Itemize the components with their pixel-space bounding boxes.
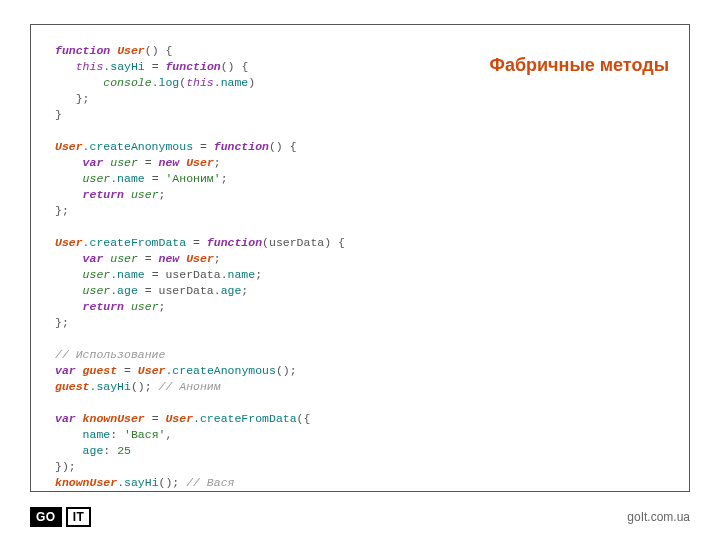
footer: GO IT goIt.com.ua bbox=[0, 500, 720, 540]
logo-it: IT bbox=[66, 507, 92, 527]
code-block: function User() { this.sayHi = function(… bbox=[55, 43, 665, 491]
logo: GO IT bbox=[30, 507, 91, 527]
logo-go: GO bbox=[30, 507, 62, 527]
slide-frame: Фабричные методы function User() { this.… bbox=[30, 24, 690, 492]
slide-title: Фабричные методы bbox=[490, 55, 669, 76]
site-url: goIt.com.ua bbox=[627, 510, 690, 524]
